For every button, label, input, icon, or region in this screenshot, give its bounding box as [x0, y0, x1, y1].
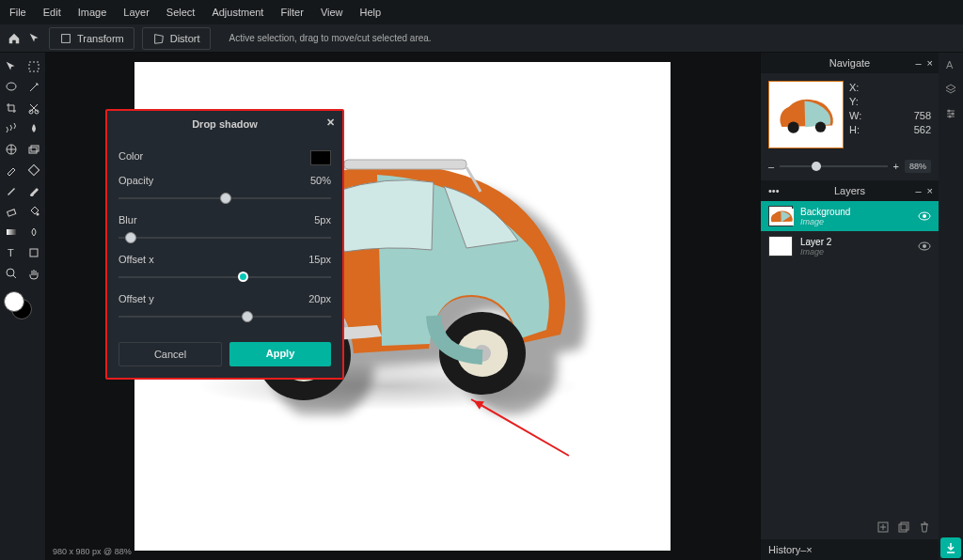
hand-tool[interactable] — [23, 263, 45, 284]
adjust-panel-icon[interactable] — [944, 107, 957, 120]
svg-rect-8 — [28, 164, 39, 175]
gradient-tool[interactable] — [0, 222, 23, 242]
cut-tool[interactable] — [23, 98, 45, 118]
blur-label: Blur — [118, 214, 137, 226]
layer-row[interactable]: Layer 2Image — [761, 231, 939, 261]
distort-button[interactable]: Distort — [142, 27, 211, 50]
svg-point-27 — [788, 122, 799, 133]
svg-rect-1 — [29, 62, 39, 71]
zoom-out-button[interactable]: – — [768, 161, 774, 172]
offsety-label: Offset y — [118, 293, 154, 304]
visibility-icon[interactable] — [918, 240, 931, 253]
color-swatch[interactable] — [4, 291, 34, 321]
apply-button[interactable]: Apply — [229, 342, 331, 366]
zoom-tool[interactable] — [0, 263, 23, 284]
close-panel-icon[interactable]: × — [927, 185, 933, 196]
offsety-slider[interactable] — [118, 310, 331, 323]
canvas-area[interactable]: 980 x 980 px @ 88% Drop shadow ✕ Color O… — [45, 53, 760, 560]
layers-panel-icon[interactable] — [944, 83, 957, 96]
layer-name: Background — [800, 207, 910, 217]
menu-filter[interactable]: Filter — [280, 7, 303, 18]
smudge-tool[interactable] — [23, 222, 45, 242]
opacity-slider[interactable] — [118, 192, 331, 205]
delete-layer-icon[interactable] — [918, 521, 931, 534]
menu-bar: File Edit Image Layer Select Adjustment … — [0, 0, 963, 24]
duplicate-layer-icon[interactable] — [897, 521, 910, 534]
navigator-info: X: Y: W:758 H:562 — [849, 81, 931, 148]
lasso-tool[interactable] — [0, 77, 23, 98]
crop-tool[interactable] — [0, 98, 23, 118]
svg-rect-0 — [62, 34, 71, 42]
status-bar: 980 x 980 px @ 88% — [53, 547, 132, 556]
offsetx-slider[interactable] — [118, 271, 331, 284]
minimize-icon[interactable]: – — [915, 185, 921, 196]
navigator-thumbnail[interactable] — [768, 81, 844, 148]
color-swatch-input[interactable] — [310, 150, 331, 165]
clone-tool[interactable] — [23, 139, 45, 160]
visibility-icon[interactable] — [918, 210, 931, 223]
dialog-title: Drop shadow — [192, 118, 258, 130]
fill-tool[interactable] — [23, 201, 45, 222]
layer-type: Image — [800, 247, 910, 257]
options-bar: Transform Distort Active selection, drag… — [0, 24, 963, 53]
color-label: Color — [118, 150, 143, 165]
menu-view[interactable]: View — [321, 7, 343, 18]
blur-slider[interactable] — [118, 231, 331, 244]
eyedropper-tool[interactable] — [0, 160, 23, 180]
brush-tool[interactable] — [23, 180, 45, 201]
heal-tool[interactable] — [23, 160, 45, 180]
transform-button[interactable]: Transform — [49, 27, 134, 50]
wand-tool[interactable] — [23, 77, 45, 98]
layer-row[interactable]: BackgroundImage — [761, 201, 939, 231]
zoom-slider[interactable] — [780, 165, 887, 167]
transform-icon — [59, 32, 72, 45]
eraser-tool[interactable] — [0, 201, 23, 222]
home-icon[interactable] — [8, 32, 21, 45]
blur-tool[interactable] — [23, 118, 45, 139]
close-panel-icon[interactable]: × — [806, 544, 812, 555]
menu-help[interactable]: Help — [360, 7, 382, 18]
close-panel-icon[interactable]: × — [927, 57, 933, 69]
layer-name: Layer 2 — [800, 237, 910, 247]
layer-menu-icon[interactable]: ••• — [768, 185, 780, 196]
text-tool[interactable]: T — [0, 242, 23, 263]
download-button[interactable] — [940, 537, 961, 558]
arrow-icon[interactable] — [28, 32, 41, 45]
web-tool[interactable] — [0, 139, 23, 160]
svg-point-14 — [7, 269, 14, 276]
pencil-tool[interactable] — [0, 180, 23, 201]
svg-text:A: A — [946, 59, 954, 70]
layer-thumbnail — [768, 206, 793, 226]
text-panel-icon[interactable]: A — [944, 58, 957, 71]
shape-tool[interactable] — [23, 242, 45, 263]
svg-rect-6 — [29, 148, 37, 153]
menu-adjustment[interactable]: Adjustment — [212, 7, 263, 18]
svg-text:T: T — [8, 247, 14, 258]
svg-point-39 — [952, 113, 955, 116]
menu-layer[interactable]: Layer — [123, 7, 150, 18]
menu-edit[interactable]: Edit — [43, 7, 61, 18]
svg-point-38 — [948, 110, 951, 113]
cancel-button[interactable]: Cancel — [118, 342, 222, 366]
svg-point-28 — [815, 122, 826, 132]
minimize-icon[interactable]: – — [915, 57, 921, 69]
menu-image[interactable]: Image — [78, 7, 107, 18]
offsety-value: 20px — [308, 293, 331, 304]
layer-thumbnail — [768, 236, 793, 257]
marquee-tool[interactable] — [23, 56, 45, 77]
svg-rect-35 — [899, 524, 907, 532]
menu-file[interactable]: File — [9, 7, 26, 18]
svg-rect-9 — [8, 210, 16, 216]
hint-text: Active selection, drag to move/cut selec… — [229, 33, 432, 43]
add-layer-icon[interactable] — [876, 521, 890, 534]
drop-shadow-dialog: Drop shadow ✕ Color Opacity50% Blur5px O… — [105, 109, 344, 380]
move-tool[interactable] — [0, 56, 23, 77]
zoom-in-button[interactable]: + — [893, 161, 899, 172]
opacity-label: Opacity — [118, 175, 153, 186]
menu-select[interactable]: Select — [166, 7, 196, 18]
layer-type: Image — [800, 217, 910, 226]
close-icon[interactable]: ✕ — [326, 117, 335, 129]
liquify-tool[interactable] — [0, 118, 23, 139]
svg-rect-11 — [7, 229, 16, 235]
svg-point-40 — [949, 116, 952, 118]
